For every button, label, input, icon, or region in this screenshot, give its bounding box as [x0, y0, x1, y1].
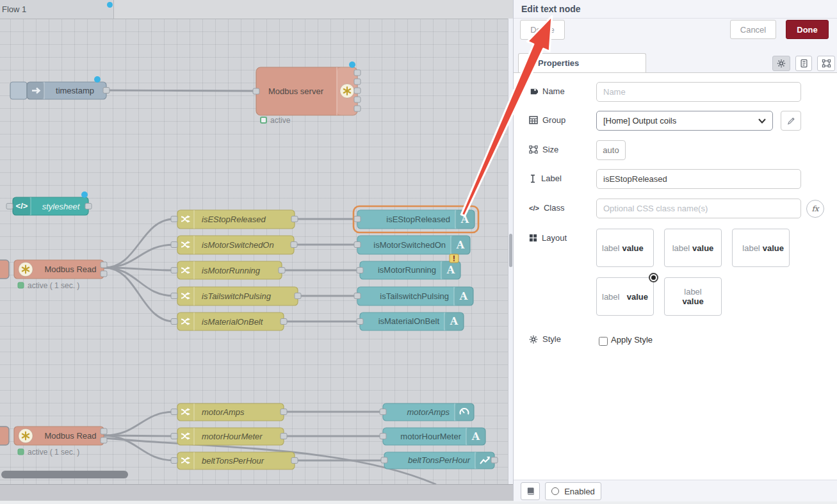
- wire[interactable]: [104, 219, 174, 268]
- port[interactable]: [6, 204, 13, 209]
- layout-option-column-center[interactable]: labelvalue: [664, 277, 722, 316]
- port[interactable]: [279, 268, 285, 273]
- port[interactable]: [171, 319, 177, 325]
- port[interactable]: [85, 204, 92, 209]
- node-switch-motorHourMeter[interactable]: motorHourMeter: [171, 428, 287, 445]
- node-modbus-read-2[interactable]: Modbus Read active ( 1 sec. ): [0, 427, 107, 457]
- size-frame-icon: [529, 145, 538, 154]
- name-input[interactable]: [596, 82, 801, 102]
- status-text: active ( 1 sec. ): [28, 281, 79, 290]
- label-row-label: Label: [529, 174, 562, 183]
- node-description-button[interactable]: [795, 56, 812, 71]
- port[interactable]: [354, 79, 361, 85]
- node-text-isMotorRunning[interactable]: A isMotorRunning !: [357, 254, 460, 280]
- wire[interactable]: [104, 412, 174, 435]
- node-modbus-server[interactable]: Modbus server active: [253, 61, 361, 125]
- inject-button[interactable]: [10, 82, 27, 99]
- flow-canvas[interactable]: timestamp Modbus server: [0, 0, 508, 484]
- appearance-button[interactable]: [817, 56, 835, 71]
- node-modbus-read-1[interactable]: Modbus Read active ( 1 sec. ): [0, 260, 107, 290]
- text-A-icon: A: [471, 430, 480, 443]
- layout-option-row-right[interactable]: labelvalue: [732, 229, 790, 267]
- wire[interactable]: [106, 90, 254, 91]
- node-switch-isEStopReleased[interactable]: isEStopReleased: [171, 210, 298, 229]
- port[interactable]: [103, 88, 110, 93]
- enabled-toggle-button[interactable]: Enabled: [545, 482, 601, 500]
- port[interactable]: [380, 409, 386, 415]
- workspace-tab-flow1[interactable]: Flow 1: [0, 0, 114, 19]
- port[interactable]: [171, 293, 177, 299]
- node-help-button[interactable]: [521, 482, 540, 500]
- vertical-scrollbar-thumb[interactable]: [509, 234, 512, 267]
- port[interactable]: [291, 458, 298, 464]
- layout-option-row-spread-selected[interactable]: labelvalue: [596, 277, 654, 316]
- done-button[interactable]: Done: [786, 20, 829, 39]
- port[interactable]: [491, 457, 498, 463]
- tray-footer: Enabled: [514, 480, 837, 501]
- node-switch-isTailswitchPulsing[interactable]: isTailswitchPulsing: [171, 287, 301, 305]
- port[interactable]: [101, 262, 107, 268]
- node-partial[interactable]: [0, 427, 9, 445]
- node-chart-beltTonsPerHour[interactable]: beltTonsPerHour: [381, 452, 498, 469]
- layout-selected-radio[interactable]: [649, 273, 658, 282]
- port[interactable]: [291, 216, 298, 222]
- apply-style-checkbox[interactable]: [599, 337, 608, 346]
- port[interactable]: [171, 216, 177, 222]
- port[interactable]: [354, 293, 361, 299]
- node-text-isMaterialOnBelt[interactable]: A isMaterialOnBelt: [357, 313, 464, 330]
- cancel-button[interactable]: Cancel: [730, 20, 776, 39]
- port[interactable]: [171, 409, 177, 415]
- port[interactable]: [354, 106, 361, 111]
- node-text-isTailswitchPulsing[interactable]: A isTailswitchPulsing: [354, 287, 473, 305]
- wire[interactable]: [104, 268, 174, 296]
- node-stylesheet[interactable]: </> stylesheet: [6, 191, 92, 215]
- node-text-isMotorSwitchedOn[interactable]: A isMotorSwitchedOn: [354, 236, 470, 254]
- port[interactable]: [380, 434, 386, 439]
- tab-properties[interactable]: Properties: [518, 53, 646, 72]
- port[interactable]: [291, 242, 297, 248]
- port[interactable]: [354, 70, 361, 76]
- node-inject-timestamp[interactable]: timestamp: [10, 76, 110, 99]
- node-switch-isMotorRunning[interactable]: isMotorRunning: [171, 261, 285, 279]
- port[interactable]: [354, 88, 361, 93]
- wire[interactable]: [104, 245, 174, 268]
- group-select[interactable]: [Home] Output coils: [596, 111, 773, 131]
- edit-group-button[interactable]: [781, 111, 801, 131]
- port[interactable]: [280, 434, 287, 439]
- layout-option-row-left[interactable]: labelvalue: [596, 229, 654, 267]
- port[interactable]: [101, 437, 107, 443]
- status-icon: [18, 282, 24, 288]
- layout-option-row-center[interactable]: labelvalue: [664, 229, 722, 267]
- edit-properties-button[interactable]: [772, 56, 790, 71]
- node-switch-isMotorSwitchedOn[interactable]: isMotorSwitchedOn: [171, 236, 297, 254]
- port[interactable]: [354, 97, 361, 102]
- size-button[interactable]: auto: [596, 140, 626, 160]
- delete-button[interactable]: Delete: [520, 20, 565, 40]
- port[interactable]: [357, 268, 363, 273]
- label-input[interactable]: [596, 169, 801, 189]
- node-switch-isMaterialOnBelt[interactable]: isMaterialOnBelt: [171, 313, 287, 330]
- node-partial[interactable]: [0, 260, 9, 279]
- node-text-isEStopReleased[interactable]: A isEStopReleased: [353, 206, 478, 232]
- port[interactable]: [171, 458, 177, 464]
- port[interactable]: [171, 268, 177, 273]
- port[interactable]: [101, 271, 107, 277]
- port[interactable]: [357, 319, 363, 325]
- port[interactable]: [295, 293, 301, 299]
- node-switch-beltTonsPerHour[interactable]: beltTonsPerHour: [171, 452, 298, 469]
- node-text-motorHourMeter[interactable]: A motorHourMeter: [380, 428, 485, 445]
- class-fx-button[interactable]: fx: [806, 200, 824, 218]
- port[interactable]: [381, 457, 387, 463]
- node-gauge-motorAmps[interactable]: motorAmps: [380, 403, 474, 421]
- port[interactable]: [280, 409, 287, 415]
- port[interactable]: [280, 319, 287, 325]
- port[interactable]: [171, 434, 177, 439]
- port[interactable]: [101, 428, 107, 434]
- class-input[interactable]: [596, 199, 801, 218]
- node-switch-motorAmps[interactable]: motorAmps: [171, 403, 287, 421]
- port[interactable]: [171, 242, 177, 248]
- port[interactable]: [354, 242, 361, 248]
- horizontal-scrollbar[interactable]: [1, 471, 128, 478]
- port[interactable]: [253, 88, 259, 94]
- port[interactable]: [354, 216, 361, 222]
